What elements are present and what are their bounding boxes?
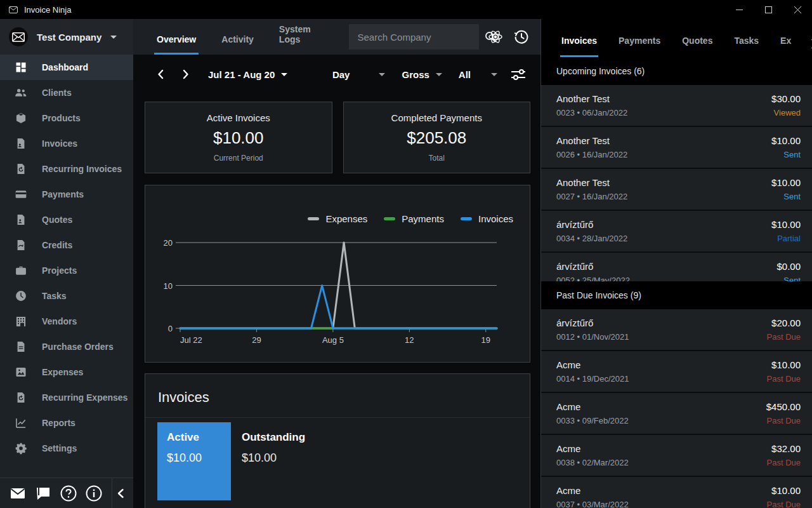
card-title: Completed Payments bbox=[391, 112, 482, 123]
mode-dropdown[interactable]: Gross bbox=[402, 69, 442, 80]
tab-overview[interactable]: Overview bbox=[154, 34, 199, 55]
card-subtitle: Current Period bbox=[214, 154, 263, 163]
invoice-list-item[interactable]: Another Test0026 • 16/Jan/2022 $10.00Sen… bbox=[541, 127, 812, 169]
legend-swatch bbox=[308, 217, 319, 220]
invoice-meta: 0026 • 16/Jan/2022 bbox=[556, 150, 771, 159]
sidebar-item-label: Invoices bbox=[42, 138, 77, 149]
sidebar-item-payments[interactable]: Payments bbox=[0, 182, 133, 207]
right-panel: Invoices Payments Quotes Tasks Ex Upcomi… bbox=[540, 19, 812, 508]
outstanding-amount: $10.00 bbox=[242, 451, 305, 465]
titlebar: Invoice Ninja bbox=[0, 0, 812, 19]
sidebar-item-settings[interactable]: Settings bbox=[0, 436, 133, 461]
sidebar-item-clients[interactable]: Clients bbox=[0, 80, 133, 105]
active-invoices-filter[interactable]: Active $10.00 bbox=[157, 422, 231, 500]
app-logo-icon bbox=[8, 6, 19, 13]
invoice-list-item[interactable]: árvíztűrő0052 • 25/May/2022 $0.00Sent bbox=[541, 253, 812, 281]
sidebar-item-products[interactable]: Products bbox=[0, 105, 133, 131]
invoice-amount: $20.00 bbox=[767, 318, 801, 328]
invoice-meta: 0014 • 19/Dec/2021 bbox=[556, 374, 767, 384]
invoice-list-item[interactable]: Acme0033 • 09/Feb/2022 $450.00Past Due bbox=[541, 393, 812, 435]
previous-period-button[interactable] bbox=[152, 66, 169, 83]
status-badge: Viewed bbox=[771, 108, 801, 117]
legend-item-payments[interactable]: Payments bbox=[384, 213, 444, 224]
invoice-meta: 0034 • 28/Jan/2022 bbox=[556, 234, 771, 243]
search-input[interactable] bbox=[358, 32, 484, 43]
maximize-button[interactable] bbox=[754, 0, 783, 19]
history-icon[interactable] bbox=[512, 26, 530, 48]
sidebar-item-tasks[interactable]: Tasks bbox=[0, 283, 133, 309]
chart-settings-icon[interactable] bbox=[508, 64, 529, 85]
main-area: Overview Activity System Logs Jul 21 - A… bbox=[133, 19, 540, 508]
app-title: Invoice Ninja bbox=[24, 5, 71, 15]
right-tab-tasks[interactable]: Tasks bbox=[733, 36, 760, 57]
next-period-button[interactable] bbox=[178, 66, 194, 83]
right-tab-expenses[interactable]: Ex bbox=[779, 36, 792, 57]
scope-dropdown[interactable]: All bbox=[459, 69, 497, 80]
company-search bbox=[349, 24, 479, 50]
help-icon[interactable] bbox=[56, 483, 81, 504]
status-badge: Partial bbox=[771, 234, 801, 243]
collapse-sidebar-button[interactable] bbox=[112, 488, 128, 498]
invoice-list-item[interactable]: árvíztűrő0034 • 28/Jan/2022 $10.00Partia… bbox=[541, 211, 812, 253]
sidebar-item-reports[interactable]: Reports bbox=[0, 410, 133, 436]
chat-icon[interactable] bbox=[30, 483, 56, 504]
svg-text:0: 0 bbox=[168, 324, 173, 333]
tasks-icon bbox=[14, 289, 28, 303]
invoice-amount: $10.00 bbox=[771, 219, 801, 230]
interval-dropdown[interactable]: Day bbox=[332, 69, 386, 80]
sidebar-item-invoices[interactable]: Invoices bbox=[0, 131, 133, 156]
legend-item-expenses[interactable]: Expenses bbox=[308, 213, 367, 224]
completed-payments-card[interactable]: Completed Payments $205.08 Total bbox=[343, 102, 531, 173]
sidebar-item-projects[interactable]: Projects bbox=[0, 258, 133, 283]
sidebar-item-label: Purchase Orders bbox=[42, 342, 114, 352]
right-tab-payments[interactable]: Payments bbox=[617, 36, 662, 57]
close-button[interactable] bbox=[783, 0, 812, 19]
sidebar-item-label: Products bbox=[42, 113, 81, 123]
svg-text:20: 20 bbox=[164, 238, 173, 248]
line-chart: 01020Jul 2229Aug 51219 bbox=[145, 185, 530, 362]
client-name: árvíztűrő bbox=[556, 261, 776, 272]
quotes-icon bbox=[14, 213, 28, 227]
sidebar-item-vendors[interactable]: Vendors bbox=[0, 309, 133, 334]
invoice-list-item[interactable]: Acme0038 • 02/Mar/2022 $32.00Past Due bbox=[541, 435, 812, 477]
tab-system-logs[interactable]: System Logs bbox=[277, 24, 329, 55]
sidebar-item-purchase-orders[interactable]: Purchase Orders bbox=[0, 334, 133, 359]
active-label: Active bbox=[167, 431, 231, 444]
sidebar-item-credits[interactable]: Credits bbox=[0, 232, 133, 258]
sidebar-item-dashboard[interactable]: Dashboard bbox=[0, 55, 133, 80]
sidebar-item-label: Payments bbox=[42, 189, 84, 199]
invoices-summary-card: Invoices Active $10.00 Outstanding $10.0… bbox=[145, 373, 530, 508]
invoice-meta: 0037 • 03/Mar/2022 bbox=[556, 500, 767, 508]
client-name: Acme bbox=[556, 359, 767, 370]
right-tab-invoices[interactable]: Invoices bbox=[560, 36, 598, 57]
invoice-list-item[interactable]: Another Test0023 • 06/Jan/2022 $30.00Vie… bbox=[541, 85, 812, 127]
date-range-caret-icon[interactable] bbox=[281, 73, 287, 76]
invoice-list-item[interactable]: árvíztűrő0012 • 01/Nov/2021 $20.00Past D… bbox=[541, 309, 812, 351]
active-invoices-card[interactable]: Active Invoices $10.00 Current Period bbox=[145, 102, 332, 173]
invoice-list-item[interactable]: Another Test0027 • 16/Jan/2022 $10.00Sen… bbox=[541, 169, 812, 211]
sidebar-item-quotes[interactable]: Quotes bbox=[0, 207, 133, 232]
company-selector[interactable]: Test Company bbox=[0, 19, 133, 55]
sidebar-item-label: Projects bbox=[42, 265, 77, 276]
right-tab-quotes[interactable]: Quotes bbox=[681, 36, 714, 57]
past-due-rows: árvíztűrő0012 • 01/Nov/2021 $20.00Past D… bbox=[541, 309, 812, 508]
legend-item-invoices[interactable]: Invoices bbox=[461, 213, 513, 224]
sidebar-item-label: Clients bbox=[42, 88, 72, 98]
sidebar-item-recurring-expenses[interactable]: Recurring Expenses bbox=[0, 385, 133, 410]
invoice-icon bbox=[14, 137, 28, 150]
svg-text:29: 29 bbox=[252, 335, 261, 345]
outstanding-invoices-filter[interactable]: Outstanding $10.00 bbox=[242, 422, 305, 500]
section-header-past-due: Past Due Invoices (9) bbox=[541, 281, 812, 309]
sidebar-item-expenses[interactable]: Expenses bbox=[0, 359, 133, 385]
client-name: árvíztűrő bbox=[556, 318, 767, 328]
invoice-list-item[interactable]: Acme0037 • 03/Mar/2022 $10.00Past Due bbox=[541, 477, 812, 508]
invoice-list-item[interactable]: Acme0014 • 19/Dec/2021 $10.00Past Due bbox=[541, 351, 812, 393]
info-icon[interactable] bbox=[81, 483, 107, 504]
tab-activity[interactable]: Activity bbox=[219, 34, 256, 55]
minimize-button[interactable] bbox=[724, 0, 754, 19]
sidebar-item-label: Recurring Expenses bbox=[42, 392, 128, 403]
react-refresh-icon[interactable] bbox=[487, 26, 505, 48]
email-icon[interactable] bbox=[5, 483, 30, 504]
sidebar-item-recurring-invoices[interactable]: Recurring Invoices bbox=[0, 156, 133, 182]
status-badge: Past Due bbox=[767, 500, 801, 508]
